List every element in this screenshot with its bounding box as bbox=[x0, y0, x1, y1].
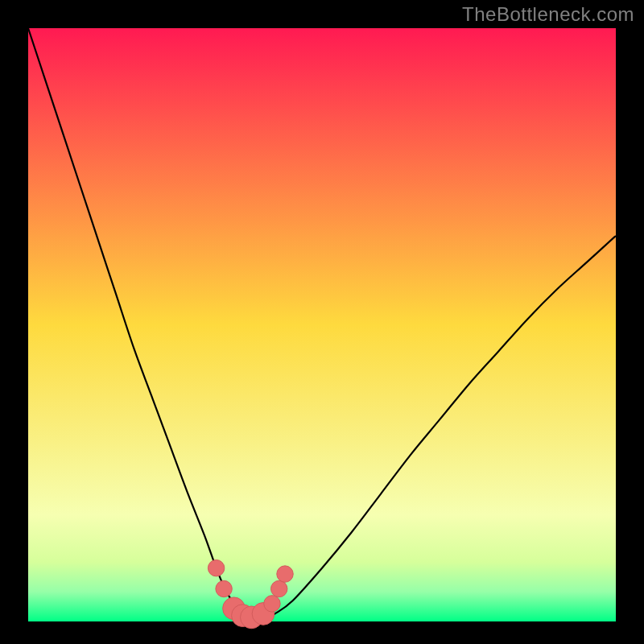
watermark-text: TheBottleneck.com bbox=[462, 3, 634, 26]
bottleneck-chart bbox=[0, 0, 644, 644]
chart-frame: TheBottleneck.com bbox=[0, 0, 644, 644]
marker-dot bbox=[208, 559, 224, 576]
marker-dot bbox=[277, 566, 293, 582]
marker-dot bbox=[264, 596, 280, 612]
marker-dot bbox=[216, 580, 232, 597]
marker-dot bbox=[270, 580, 287, 597]
gradient-background bbox=[28, 28, 616, 621]
